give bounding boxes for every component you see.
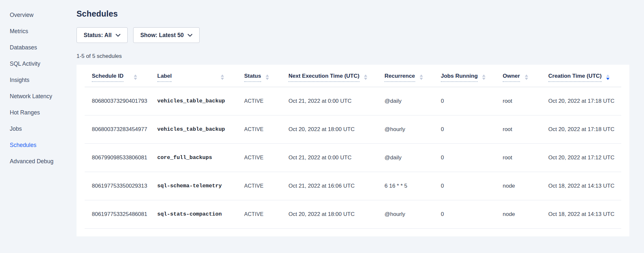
table-row: 806800373290401793 vehicles_table_backup…: [85, 87, 621, 115]
column-header-creation-time[interactable]: Creation Time (UTC): [541, 65, 621, 87]
sidebar-item-sql-activity[interactable]: SQL Activity: [10, 56, 68, 72]
column-header-schedule-id[interactable]: Schedule ID: [85, 65, 150, 87]
cell-owner: root: [496, 115, 541, 143]
sort-arrows-icon: [420, 74, 423, 80]
column-header-jobs-running[interactable]: Jobs Running: [434, 65, 496, 87]
cell-recurrence: 6 16 * * 5: [377, 172, 434, 200]
cell-label: vehicles_table_backup: [150, 87, 237, 115]
sort-arrows-desc-icon: [606, 74, 609, 80]
cell-recurrence: @hourly: [377, 200, 434, 228]
sidebar-item-databases[interactable]: Databases: [10, 39, 68, 56]
filter-row: Status: All Show: Latest 50: [77, 27, 629, 43]
column-label: Status: [244, 73, 261, 82]
sidebar: Overview Metrics Databases SQL Activity …: [0, 0, 68, 253]
main-content: Schedules Status: All Show: Latest 50 1-…: [77, 0, 629, 236]
column-label: Jobs Running: [441, 73, 478, 82]
cell-label: sql-stats-compaction: [150, 200, 237, 228]
status-filter-label: Status: All: [84, 32, 112, 39]
cell-status: ACTIVE: [237, 172, 281, 200]
cell-status: ACTIVE: [237, 87, 281, 115]
sort-arrows-icon: [221, 74, 224, 80]
sidebar-item-metrics[interactable]: Metrics: [10, 23, 68, 39]
sidebar-item-advanced-debug[interactable]: Advanced Debug: [10, 153, 68, 169]
sidebar-item-schedules[interactable]: Schedules: [10, 137, 68, 153]
table-row: 806197753350029313 sql-schema-telemetry …: [85, 172, 621, 200]
show-filter-label: Show: Latest 50: [140, 32, 184, 39]
chevron-down-icon: [188, 34, 192, 37]
cell-status: ACTIVE: [237, 200, 281, 228]
table-header-row: Schedule ID Label Status: [85, 65, 621, 87]
cell-next-execution: Oct 21, 2022 at 0:00 UTC: [281, 143, 377, 172]
column-header-label[interactable]: Label: [150, 65, 237, 87]
cell-recurrence: @daily: [377, 87, 434, 115]
cell-creation-time: Oct 18, 2022 at 14:13 UTC: [541, 172, 621, 200]
status-filter-dropdown[interactable]: Status: All: [77, 27, 128, 43]
column-label: Recurrence: [385, 73, 415, 82]
column-header-owner[interactable]: Owner: [496, 65, 541, 87]
column-header-status[interactable]: Status: [237, 65, 281, 87]
column-label: Owner: [503, 73, 520, 82]
cell-creation-time: Oct 20, 2022 at 17:12 UTC: [541, 143, 621, 172]
cell-next-execution: Oct 21, 2022 at 16:06 UTC: [281, 172, 377, 200]
table-row: 806799098533806081 core_full_backups ACT…: [85, 143, 621, 172]
column-label: Schedule ID: [92, 73, 123, 82]
cell-jobs-running: 0: [434, 200, 496, 228]
cell-next-execution: Oct 20, 2022 at 18:00 UTC: [281, 200, 377, 228]
cell-owner: root: [496, 87, 541, 115]
cell-jobs-running: 0: [434, 115, 496, 143]
cell-status: ACTIVE: [237, 115, 281, 143]
cell-next-execution: Oct 20, 2022 at 18:00 UTC: [281, 115, 377, 143]
schedules-table: Schedule ID Label Status: [85, 65, 621, 229]
cell-creation-time: Oct 20, 2022 at 17:18 UTC: [541, 115, 621, 143]
cell-recurrence: @hourly: [377, 115, 434, 143]
show-filter-dropdown[interactable]: Show: Latest 50: [133, 27, 200, 43]
sort-arrows-icon: [134, 74, 137, 80]
sort-arrows-icon: [482, 74, 485, 80]
column-label: Creation Time (UTC): [548, 73, 602, 82]
cell-schedule-id: 806800373283454977: [85, 115, 150, 143]
cell-label: sql-schema-telemetry: [150, 172, 237, 200]
sort-arrows-icon: [364, 74, 367, 80]
page-title: Schedules: [77, 9, 629, 19]
sidebar-item-network-latency[interactable]: Network Latency: [10, 88, 68, 104]
cell-schedule-id: 806197753325486081: [85, 200, 150, 228]
cell-label: core_full_backups: [150, 143, 237, 172]
cell-schedule-id: 806197753350029313: [85, 172, 150, 200]
table-row: 806800373283454977 vehicles_table_backup…: [85, 115, 621, 143]
cell-owner: node: [496, 200, 541, 228]
column-label: Label: [157, 73, 172, 82]
cell-recurrence: @daily: [377, 143, 434, 172]
column-header-recurrence[interactable]: Recurrence: [377, 65, 434, 87]
sidebar-item-hot-ranges[interactable]: Hot Ranges: [10, 104, 68, 121]
column-header-next-execution-time[interactable]: Next Execution Time (UTC): [281, 65, 377, 87]
sort-arrows-icon: [266, 74, 269, 80]
cell-jobs-running: 0: [434, 143, 496, 172]
results-summary: 1-5 of 5 schedules: [77, 53, 629, 60]
cell-schedule-id: 806799098533806081: [85, 143, 150, 172]
cell-owner: root: [496, 143, 541, 172]
column-label: Next Execution Time (UTC): [288, 73, 359, 82]
cell-status: ACTIVE: [237, 143, 281, 172]
sidebar-item-jobs[interactable]: Jobs: [10, 121, 68, 137]
cell-creation-time: Oct 20, 2022 at 17:18 UTC: [541, 87, 621, 115]
cell-label: vehicles_table_backup: [150, 115, 237, 143]
cell-owner: node: [496, 172, 541, 200]
chevron-down-icon: [116, 34, 120, 37]
cell-creation-time: Oct 18, 2022 at 14:13 UTC: [541, 200, 621, 228]
sort-arrows-icon: [525, 74, 528, 80]
cell-schedule-id: 806800373290401793: [85, 87, 150, 115]
table-row: 806197753325486081 sql-stats-compaction …: [85, 200, 621, 228]
sidebar-item-insights[interactable]: Insights: [10, 72, 68, 88]
sidebar-item-overview[interactable]: Overview: [10, 7, 68, 23]
cell-next-execution: Oct 21, 2022 at 0:00 UTC: [281, 87, 377, 115]
schedules-table-card: Schedule ID Label Status: [77, 65, 629, 236]
cell-jobs-running: 0: [434, 87, 496, 115]
cell-jobs-running: 0: [434, 172, 496, 200]
